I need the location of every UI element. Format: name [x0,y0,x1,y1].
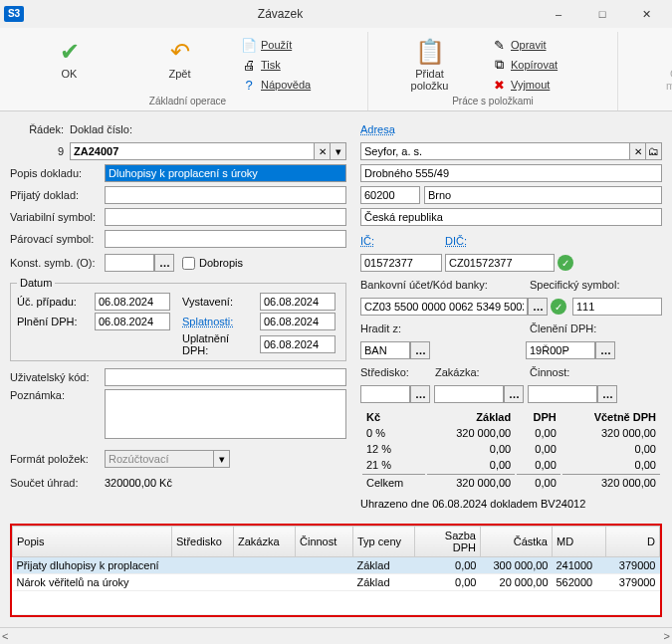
spl-date-label[interactable]: Splatnosti: [182,316,252,327]
help-icon: ? [241,77,257,93]
bank-input[interactable] [360,298,528,316]
paid-note: Uhrazeno dne 06.08.2024 dokladem BV24012 [360,498,662,510]
zakazka-lookup[interactable]: … [504,385,524,403]
item-format-label: Formát položek: [10,453,105,465]
const-symbol-lookup[interactable]: … [154,254,174,272]
variable-symbol-input[interactable] [105,208,346,226]
usercode-label: Uživatelský kód: [10,371,105,383]
form-body: Řádek: Doklad číslo: 9 ✕ ▾ Popis dokladu… [0,111,672,518]
address-name-input[interactable] [360,142,630,160]
payments-sum-label: Součet úhrad: [10,477,105,489]
usercode-input[interactable] [105,368,346,386]
pln-date-input[interactable] [95,313,170,330]
dic-input[interactable] [445,254,555,272]
dic-valid-icon: ✓ [558,255,573,271]
bank-lookup[interactable]: … [528,298,548,316]
upl-date-input[interactable] [260,335,336,353]
item-format-select[interactable] [105,450,214,468]
cinnost-lookup[interactable]: … [597,385,617,403]
scroll-left-icon[interactable]: < [2,630,8,642]
items-grid[interactable]: Popis Středisko Zakázka Činnost Typ ceny… [10,524,662,617]
scroll-right-icon[interactable]: > [664,630,670,642]
variable-symbol-label: Variabilní symbol: [10,211,105,223]
add-item-icon: 📋 [414,36,446,68]
items-grid-header[interactable]: Popis Středisko Zakázka Činnost Typ ceny… [13,527,660,557]
address-street-input[interactable] [360,164,662,182]
print-icon: 🖨 [241,57,257,73]
bank-valid-icon: ✓ [551,299,566,315]
vyst-date-input[interactable] [260,293,336,311]
payfrom-lookup[interactable]: … [410,341,430,359]
stredisko-label: Středisko: [360,366,435,378]
foreign-currency-button[interactable]: ¢ Cizíměny [626,34,672,94]
help-button[interactable]: ?Nápověda [237,76,359,94]
table-row[interactable] [13,591,660,615]
address-zip-input[interactable] [360,186,420,204]
right-column: Adresa ✕ 🗂 IČ: DIČ: ✓ Bankovní účet/Kód … [360,119,662,510]
address-lookup[interactable]: 🗂 [646,142,662,160]
ic-input[interactable] [360,254,442,272]
doc-number-label: Doklad číslo: [70,123,132,135]
row-number-label: Řádek: [10,123,70,135]
print-button[interactable]: 🖨Tisk [237,56,359,74]
vat-split-lookup[interactable]: … [595,341,615,359]
row-number-value: 9 [10,145,70,157]
use-button[interactable]: 📄Použít [237,36,359,54]
window-title: Závazek [24,7,537,21]
ribbon-caption-basic: Základní operace [149,96,226,108]
address-label[interactable]: Adresa [360,123,395,135]
ic-label[interactable]: IČ: [360,235,445,247]
note-textarea[interactable] [105,389,346,439]
spec-symbol-input[interactable] [572,298,662,316]
ribbon-caption-items: Práce s položkami [452,96,534,108]
payfrom-label: Hradit z: [360,322,530,334]
item-format-dropdown[interactable]: ▾ [214,450,230,468]
pln-date-label: Plnění DPH: [17,316,87,327]
copy-button[interactable]: ⧉Kopírovat [487,56,609,74]
vyst-date-label: Vystavení: [182,296,252,308]
table-row[interactable]: Přijaty dluhopisy k proplacení Základ0,0… [13,557,660,574]
minimize-button[interactable]: – [537,0,580,28]
stredisko-input[interactable] [360,385,410,403]
cinnost-input[interactable] [528,385,597,403]
stredisko-lookup[interactable]: … [410,385,430,403]
spl-date-input[interactable] [260,313,336,330]
address-city-input[interactable] [424,186,662,204]
close-button[interactable]: ✕ [624,0,668,28]
matching-symbol-label: Párovací symbol: [10,233,105,245]
uc-date-input[interactable] [95,293,170,311]
zakazka-input[interactable] [434,385,504,403]
ok-button[interactable]: ✔ OK [16,34,122,82]
doc-number-input[interactable] [70,142,315,160]
description-input[interactable] [105,164,346,182]
add-item-button[interactable]: 📋 Přidatpoložku [376,34,483,94]
vat-split-input[interactable] [526,341,595,359]
dobropis-checkbox[interactable]: Dobropis [182,257,243,270]
vat-split-label: Členění DPH: [530,322,596,334]
upl-date-label: Uplatnění DPH: [182,332,252,356]
back-button[interactable]: ↶ Zpět [126,34,233,82]
payfrom-input[interactable] [360,341,410,359]
table-row[interactable]: Nárok věřitelů na úroky Základ0,00 20 00… [13,574,660,591]
doc-number-clear[interactable]: ✕ [315,142,331,160]
fix-button[interactable]: ✎Opravit [487,36,609,54]
ribbon-group-doc: ¢ Cizíměny Σ Korekce ≡ Typdokladu ⓘ Regi… [618,32,672,110]
ribbon: ✔ OK ↶ Zpět 📄Použít 🖨Tisk ?Nápověda Zákl… [0,28,672,111]
uc-date-label: Úč. případu: [17,296,87,308]
date-legend: Datum [17,277,55,289]
app-icon: S3 [4,6,24,22]
left-column: Řádek: Doklad číslo: 9 ✕ ▾ Popis dokladu… [10,119,346,510]
const-symbol-input[interactable] [105,254,154,272]
maximize-button[interactable]: □ [580,0,624,28]
received-doc-input[interactable] [105,186,346,204]
horizontal-scrollbar[interactable]: < > [0,627,672,644]
doc-number-dropdown[interactable]: ▾ [331,142,346,160]
use-icon: 📄 [241,37,257,53]
cut-button[interactable]: ✖Vyjmout [487,76,609,94]
cinnost-label: Činnost: [530,366,569,378]
address-clear[interactable]: ✕ [630,142,646,160]
matching-symbol-input[interactable] [105,230,346,248]
dic-label[interactable]: DIČ: [445,235,467,247]
ok-icon: ✔ [54,36,86,68]
address-country-input[interactable] [360,208,662,226]
